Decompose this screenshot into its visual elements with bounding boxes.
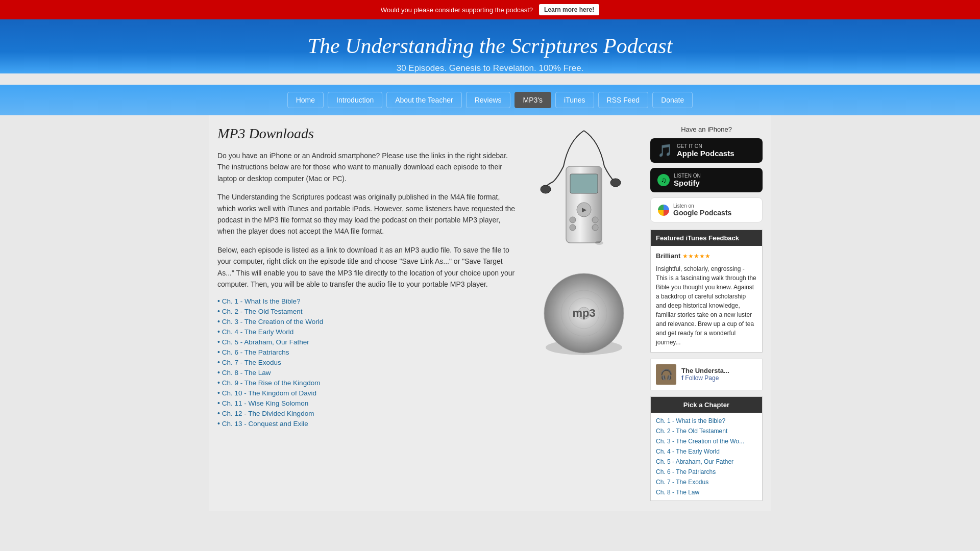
episode-link[interactable]: Ch. 10 - The Kingdom of David	[222, 389, 316, 397]
learn-more-button[interactable]: Learn more here!	[539, 4, 599, 15]
intro-p1: Do you have an iPhone or an Android smar…	[217, 150, 518, 184]
nav-item-home[interactable]: Home	[287, 92, 324, 108]
svg-point-10	[595, 241, 603, 245]
feedback-heading: Brilliant	[656, 252, 680, 260]
episode-link[interactable]: Ch. 1 - What Is the Bible?	[222, 297, 301, 305]
have-iphone-label: Have an iPhone?	[650, 126, 763, 133]
image-area: ▶	[533, 126, 635, 501]
apple-label-small: GET IT ON	[677, 143, 734, 149]
nav-item-rss-feed[interactable]: RSS Feed	[598, 92, 649, 108]
fb-follow-button[interactable]: Follow Page	[681, 374, 729, 382]
nav-item-mp3-s[interactable]: MP3's	[514, 92, 551, 108]
nav-item-about-the-teacher[interactable]: About the Teacher	[386, 92, 461, 108]
fb-avatar: 🎧	[656, 364, 676, 385]
svg-point-8	[570, 224, 576, 231]
google-label-small: Listen on	[673, 203, 731, 209]
content-area: MP3 Downloads Do you have an iPhone or a…	[217, 126, 518, 501]
pick-chapter-link[interactable]: Ch. 2 - The Old Testament	[651, 426, 762, 436]
feedback-title: Featured iTunes Feedback	[651, 230, 762, 246]
banner-text: Would you please consider supporting the…	[381, 6, 533, 14]
header: The Understanding the Scriptures Podcast…	[0, 19, 980, 73]
episode-link[interactable]: Ch. 3 - The Creation of the World	[222, 318, 323, 325]
main-content: MP3 Downloads Do you have an iPhone or a…	[209, 115, 771, 511]
episode-link[interactable]: Ch. 7 - The Exodus	[222, 359, 281, 366]
episode-list: Ch. 1 - What Is the Bible?Ch. 2 - The Ol…	[217, 297, 518, 428]
spotify-button[interactable]: ♫ LISTEN ON Spotify	[650, 168, 763, 192]
svg-point-1	[610, 179, 621, 187]
spotify-label-small: LISTEN ON	[674, 173, 701, 179]
apple-podcasts-button[interactable]: 🎵 GET IT ON Apple Podcasts	[650, 138, 763, 163]
nav-item-itunes[interactable]: iTunes	[555, 92, 594, 108]
feedback-body: Brilliant ★★★★★ Insightful, scholarly, e…	[651, 246, 762, 352]
apple-label-big: Apple Podcasts	[677, 149, 734, 158]
google-icon	[658, 205, 669, 216]
episode-link[interactable]: Ch. 5 - Abraham, Our Father	[222, 338, 309, 346]
google-podcasts-button[interactable]: Listen on Google Podcasts	[650, 197, 763, 222]
svg-point-6	[570, 217, 576, 223]
pick-chapter-link[interactable]: Ch. 1 - What is the Bible?	[651, 416, 762, 426]
episode-link[interactable]: Ch. 8 - The Law	[222, 369, 271, 377]
svg-text:▶: ▶	[582, 206, 587, 213]
spotify-icon: ♫	[657, 174, 670, 186]
facebook-widget: 🎧 The Understa... Follow Page	[650, 359, 763, 390]
nav-item-reviews[interactable]: Reviews	[466, 92, 510, 108]
episode-link[interactable]: Ch. 11 - Wise King Solomon	[222, 399, 309, 407]
page-title: MP3 Downloads	[217, 126, 518, 142]
svg-point-0	[541, 185, 551, 193]
top-banner: Would you please consider supporting the…	[0, 0, 980, 19]
episode-link[interactable]: Ch. 13 - Conquest and Exile	[222, 420, 308, 428]
fb-page-name: The Understa...	[681, 367, 729, 374]
main-nav: HomeIntroductionAbout the TeacherReviews…	[0, 85, 980, 115]
episode-link[interactable]: Ch. 6 - The Patriarchs	[222, 348, 289, 356]
apple-icon: 🎵	[657, 143, 673, 158]
pick-chapter-link[interactable]: Ch. 8 - The Law	[651, 487, 762, 497]
feedback-stars: ★★★★★	[682, 253, 710, 260]
mp3-disc-image: mp3	[538, 268, 630, 360]
intro-p3: Below, each episode is listed as a link …	[217, 244, 518, 290]
episode-link[interactable]: Ch. 4 - The Early World	[222, 328, 294, 336]
episode-link[interactable]: Ch. 2 - The Old Testament	[222, 308, 303, 315]
nav-item-donate[interactable]: Donate	[652, 92, 693, 108]
mp3-player-image: ▶	[538, 126, 630, 258]
nav-item-introduction[interactable]: Introduction	[328, 92, 382, 108]
svg-point-7	[592, 217, 598, 223]
google-label-big: Google Podcasts	[673, 209, 731, 217]
site-subtitle: 30 Episodes. Genesis to Revelation. 100%…	[8, 63, 972, 73]
episode-link[interactable]: Ch. 9 - The Rise of the Kingdom	[222, 379, 321, 387]
feedback-text: Insightful, scholarly, engrossing - This…	[656, 264, 757, 347]
intro-p2: The Understanding the Scriptures podcast…	[217, 191, 518, 237]
svg-text:mp3: mp3	[572, 307, 595, 319]
pick-chapter-widget: Pick a Chapter Ch. 1 - What is the Bible…	[650, 396, 763, 501]
svg-point-9	[592, 224, 598, 231]
spotify-label-big: Spotify	[674, 179, 701, 187]
pick-chapter-link[interactable]: Ch. 7 - The Exodus	[651, 477, 762, 487]
intro-paragraphs: Do you have an iPhone or an Android smar…	[217, 150, 518, 290]
pick-chapter-link[interactable]: Ch. 6 - The Patriarchs	[651, 467, 762, 477]
pick-chapter-link[interactable]: Ch. 5 - Abraham, Our Father	[651, 457, 762, 467]
sidebar: Have an iPhone? 🎵 GET IT ON Apple Podcas…	[650, 126, 763, 501]
pick-chapter-list: Ch. 1 - What is the Bible?Ch. 2 - The Ol…	[651, 413, 762, 500]
episode-link[interactable]: Ch. 12 - The Divided Kingdom	[222, 410, 314, 417]
svg-rect-3	[570, 174, 598, 193]
pick-chapter-link[interactable]: Ch. 3 - The Creation of the Wo...	[651, 436, 762, 446]
pick-chapter-title: Pick a Chapter	[651, 397, 762, 413]
featured-feedback: Featured iTunes Feedback Brilliant ★★★★★…	[650, 230, 763, 353]
pick-chapter-link[interactable]: Ch. 4 - The Early World	[651, 446, 762, 457]
site-title: The Understanding the Scriptures Podcast	[8, 34, 972, 58]
